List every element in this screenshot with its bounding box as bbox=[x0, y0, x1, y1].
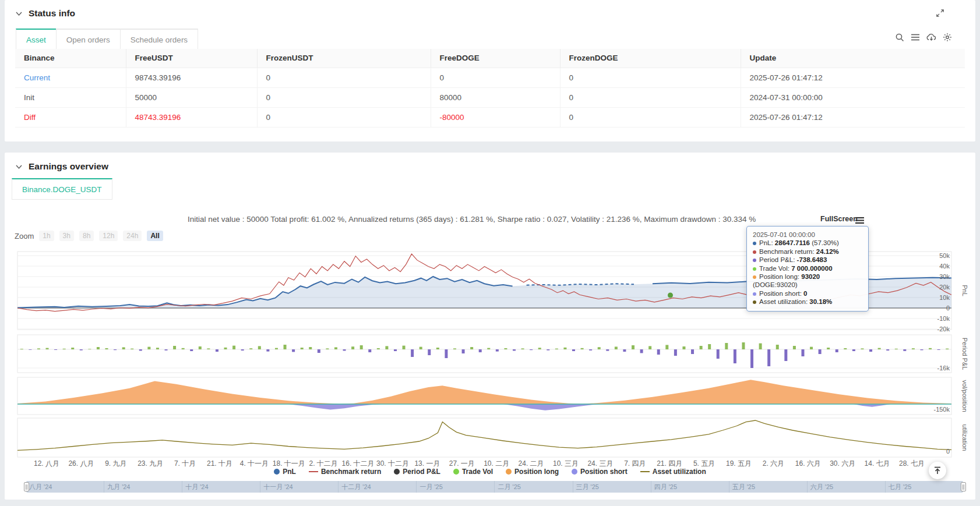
expand-icon[interactable] bbox=[936, 9, 944, 20]
tab-schedule-orders[interactable]: Schedule orders bbox=[120, 29, 198, 50]
period-pnl-bar[interactable] bbox=[266, 349, 269, 352]
period-pnl-bar[interactable] bbox=[216, 349, 218, 352]
period-pnl-bar[interactable] bbox=[131, 349, 133, 349]
cloud-download-icon[interactable] bbox=[926, 33, 936, 42]
period-pnl-bar[interactable] bbox=[869, 349, 872, 352]
legend-period-p-l[interactable]: Period P&L bbox=[394, 468, 440, 476]
period-pnl-bar[interactable] bbox=[920, 349, 923, 350]
period-pnl-bar[interactable] bbox=[147, 347, 150, 349]
period-pnl-bar[interactable] bbox=[199, 346, 202, 349]
period-pnl-bar[interactable] bbox=[776, 345, 779, 349]
period-pnl-bar[interactable] bbox=[232, 346, 235, 349]
legend-pnl[interactable]: PnL bbox=[274, 468, 296, 476]
period-pnl-bar[interactable] bbox=[37, 348, 40, 349]
period-pnl-bar[interactable] bbox=[563, 348, 566, 349]
period-pnl-bar[interactable] bbox=[479, 349, 482, 352]
period-pnl-bar[interactable] bbox=[394, 349, 397, 351]
navigator-month[interactable]: 六月 '25 bbox=[808, 481, 886, 493]
search-icon[interactable] bbox=[895, 33, 904, 42]
period-pnl-bar[interactable] bbox=[929, 348, 932, 349]
period-pnl-bar[interactable] bbox=[572, 349, 575, 351]
period-pnl-bar[interactable] bbox=[122, 347, 125, 349]
navigator-month[interactable]: 十月 '24 bbox=[182, 481, 260, 493]
row-label[interactable]: Current bbox=[15, 68, 126, 87]
period-pnl-bar[interactable] bbox=[275, 348, 278, 349]
period-pnl-bar[interactable] bbox=[665, 345, 668, 349]
period-pnl-bar[interactable] bbox=[844, 348, 847, 349]
period-pnl-bar[interactable] bbox=[301, 348, 304, 349]
period-pnl-bar[interactable] bbox=[555, 349, 558, 349]
period-pnl-bar[interactable] bbox=[717, 349, 720, 359]
fullscreen-button[interactable]: FullScreen bbox=[820, 215, 858, 223]
navigator-month[interactable]: 四月 '25 bbox=[651, 481, 729, 493]
period-pnl-bar[interactable] bbox=[742, 342, 745, 349]
period-pnl-bar[interactable] bbox=[767, 349, 770, 366]
period-pnl-bar[interactable] bbox=[114, 349, 117, 350]
period-pnl-bar[interactable] bbox=[819, 349, 822, 354]
tab-open-orders[interactable]: Open orders bbox=[56, 29, 121, 50]
period-pnl-bar[interactable] bbox=[861, 348, 863, 349]
period-pnl-bar[interactable] bbox=[886, 349, 889, 351]
zoom-button-12h[interactable]: 12h bbox=[99, 231, 118, 241]
trade-marker[interactable] bbox=[668, 293, 673, 298]
period-pnl-bar[interactable] bbox=[343, 349, 346, 351]
chevron-down-icon[interactable] bbox=[15, 10, 23, 17]
period-pnl-bar[interactable] bbox=[207, 348, 210, 349]
legend-position-long[interactable]: Position long bbox=[506, 468, 559, 476]
navigator-month[interactable]: 八月 '24 bbox=[26, 481, 104, 493]
period-pnl-bar[interactable] bbox=[487, 348, 490, 349]
period-pnl-bar[interactable] bbox=[530, 349, 533, 350]
period-pnl-bar[interactable] bbox=[428, 349, 431, 355]
period-pnl-bar[interactable] bbox=[547, 349, 549, 351]
period-pnl-bar[interactable] bbox=[691, 349, 694, 354]
period-pnl-bar[interactable] bbox=[80, 349, 83, 351]
period-pnl-bar[interactable] bbox=[385, 346, 388, 349]
period-pnl-bar[interactable] bbox=[190, 349, 193, 351]
period-pnl-bar[interactable] bbox=[810, 347, 813, 349]
period-pnl-bar[interactable] bbox=[674, 349, 677, 356]
period-pnl-bar[interactable] bbox=[403, 346, 406, 349]
unordered-list-icon[interactable] bbox=[911, 33, 920, 42]
period-pnl-bar[interactable] bbox=[377, 348, 380, 349]
period-pnl-bar[interactable] bbox=[504, 348, 507, 349]
period-pnl-bar[interactable] bbox=[632, 345, 634, 349]
period-pnl-bar[interactable] bbox=[937, 349, 940, 350]
period-pnl-bar[interactable] bbox=[759, 344, 762, 349]
period-pnl-bar[interactable] bbox=[139, 349, 142, 351]
period-pnl-bar[interactable] bbox=[258, 346, 261, 349]
period-pnl-bar[interactable] bbox=[895, 349, 898, 349]
period-pnl-bar[interactable] bbox=[420, 347, 422, 349]
period-pnl-bar[interactable] bbox=[241, 349, 244, 351]
period-pnl-bar[interactable] bbox=[46, 348, 49, 349]
period-pnl-bar[interactable] bbox=[513, 349, 516, 351]
period-pnl-bar[interactable] bbox=[682, 346, 685, 349]
period-pnl-bar[interactable] bbox=[453, 348, 456, 349]
gear-icon[interactable] bbox=[943, 33, 952, 42]
legend-trade-vol[interactable]: Trade Vol bbox=[453, 468, 493, 476]
period-pnl-bar[interactable] bbox=[182, 348, 185, 349]
period-pnl-bar[interactable] bbox=[878, 348, 881, 349]
period-pnl-bar[interactable] bbox=[368, 349, 371, 352]
period-pnl-bar[interactable] bbox=[836, 349, 838, 352]
navigator-month[interactable]: 十二月 '24 bbox=[339, 481, 417, 493]
period-pnl-bar[interactable] bbox=[623, 349, 626, 352]
period-pnl-bar[interactable] bbox=[700, 346, 703, 349]
period-pnl-bar[interactable] bbox=[648, 346, 651, 349]
chart-menu-icon[interactable] bbox=[855, 216, 864, 227]
zoom-button-all[interactable]: All bbox=[147, 231, 163, 241]
period-pnl-bar[interactable] bbox=[71, 348, 74, 349]
navigator-month[interactable]: 五月 '25 bbox=[729, 481, 808, 493]
zoom-button-3h[interactable]: 3h bbox=[59, 231, 74, 241]
tab-binance-doge-usdt[interactable]: Binance.DOGE_USDT bbox=[12, 178, 112, 200]
period-pnl-bar[interactable] bbox=[54, 349, 57, 350]
navigator-handle-left[interactable] bbox=[24, 482, 29, 491]
period-pnl-bar[interactable] bbox=[912, 348, 915, 349]
period-pnl-bar[interactable] bbox=[801, 349, 804, 356]
period-pnl-bar[interactable] bbox=[598, 347, 601, 349]
period-pnl-bar[interactable] bbox=[793, 346, 796, 349]
period-pnl-bar[interactable] bbox=[284, 345, 287, 349]
period-pnl-bar[interactable] bbox=[411, 349, 414, 357]
zoom-button-24h[interactable]: 24h bbox=[123, 231, 142, 241]
chevron-down-icon[interactable] bbox=[15, 163, 23, 171]
period-pnl-bar[interactable] bbox=[309, 347, 312, 349]
